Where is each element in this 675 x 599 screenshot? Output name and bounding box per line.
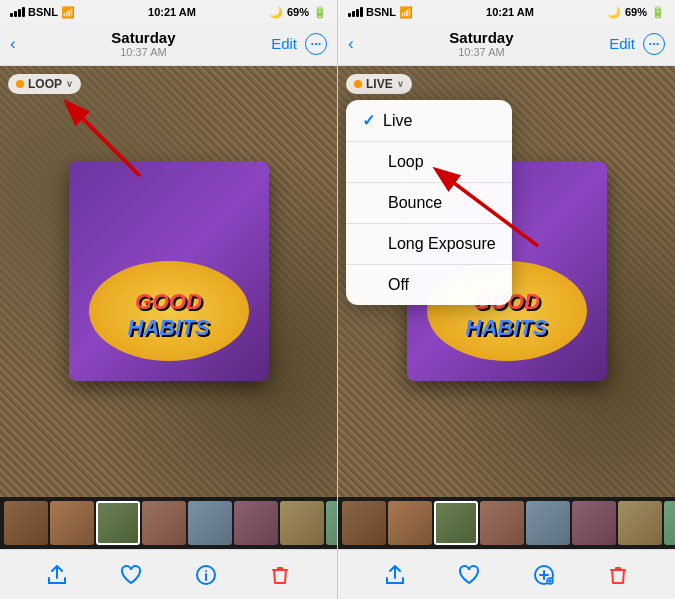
more-button-left[interactable]: ···	[305, 33, 327, 55]
more-button-right[interactable]: ···	[643, 33, 665, 55]
info-icon-left	[195, 564, 217, 586]
trash-button-right[interactable]	[607, 564, 629, 586]
share-button-left[interactable]	[46, 564, 68, 586]
status-right: 🌙 69% 🔋	[269, 6, 327, 19]
dropdown-label-loop: Loop	[388, 153, 424, 171]
bottom-toolbar-left	[0, 549, 337, 599]
loop-label: LOOP	[28, 77, 62, 91]
book-title-line2: HABITS	[128, 315, 210, 341]
film-thumb-4[interactable]	[142, 501, 186, 545]
film-thumb-7[interactable]	[280, 501, 324, 545]
battery-icon: 🔋	[313, 6, 327, 19]
film-thumb-6[interactable]	[234, 501, 278, 545]
carrier-label-right: BSNL	[366, 6, 396, 18]
signal-icon-right	[348, 7, 363, 17]
signal-icon	[10, 7, 25, 17]
live-label: LIVE	[366, 77, 393, 91]
dropdown-label-bounce: Bounce	[388, 194, 442, 212]
status-right-right: 🌙 69% 🔋	[607, 6, 665, 19]
wifi-icon-right: 📶	[399, 6, 413, 19]
loop-badge-left[interactable]: LOOP ∨	[8, 74, 81, 94]
nav-actions-right: Edit ···	[609, 33, 665, 55]
live-chevron-icon: ∨	[397, 79, 404, 89]
wifi-icon: 📶	[61, 6, 75, 19]
dropdown-label-long-exposure: Long Exposure	[388, 235, 496, 253]
nav-title-main-right: Saturday	[354, 29, 609, 46]
film-thumb-2[interactable]	[50, 501, 94, 545]
more-dots-icon-right: ···	[649, 36, 660, 51]
live-dropdown-menu: ✓ Live Loop Bounce Long Exposure Off	[346, 100, 512, 305]
nav-title-left: Saturday 10:37 AM	[16, 29, 271, 58]
share-icon	[46, 564, 68, 586]
live-dot-right	[354, 80, 362, 88]
heart-icon	[120, 564, 142, 586]
filmstrip-left	[0, 497, 337, 549]
live-dot-left	[16, 80, 24, 88]
status-bar-right: BSNL 📶 10:21 AM 🌙 69% 🔋	[338, 0, 675, 22]
edit-button-left[interactable]: Edit	[271, 35, 297, 52]
trash-icon	[269, 564, 291, 586]
moon-icon: 🌙	[269, 6, 283, 19]
battery-label-right: 69%	[625, 6, 647, 18]
share-icon-right	[384, 564, 406, 586]
status-bar-left: BSNL 📶 10:21 AM 🌙 69% 🔋	[0, 0, 337, 22]
nav-bar-right: ‹ Saturday 10:37 AM Edit ···	[338, 22, 675, 66]
check-icon-live: ✓	[362, 111, 375, 130]
film-thumb-r8[interactable]	[664, 501, 675, 545]
time-label-right: 10:21 AM	[486, 6, 534, 18]
heart-button-left[interactable]	[120, 564, 142, 586]
carrier-label: BSNL	[28, 6, 58, 18]
left-panel: BSNL 📶 10:21 AM 🌙 69% 🔋 ‹ Saturday 10:37…	[0, 0, 337, 599]
dropdown-label-live: Live	[383, 112, 412, 130]
nav-title-sub-right: 10:37 AM	[354, 46, 609, 58]
bottom-toolbar-right	[338, 549, 675, 599]
film-thumb-r4[interactable]	[480, 501, 524, 545]
film-thumb-r1[interactable]	[342, 501, 386, 545]
photo-area-right: GOOD HABITS LIVE ∨ ✓ Live Loop Bounce	[338, 66, 675, 497]
book-cover-left: GOOD HABITS	[69, 161, 269, 381]
battery-icon-right: 🔋	[651, 6, 665, 19]
dropdown-item-long-exposure[interactable]: Long Exposure	[346, 224, 512, 265]
film-thumb-3[interactable]	[96, 501, 140, 545]
film-thumb-8[interactable]	[326, 501, 337, 545]
battery-label: 69%	[287, 6, 309, 18]
edit-button-right[interactable]: Edit	[609, 35, 635, 52]
dropdown-label-off: Off	[388, 276, 409, 294]
book-title-line1: GOOD	[128, 289, 210, 315]
time-label: 10:21 AM	[148, 6, 196, 18]
info-button-left[interactable]	[195, 564, 217, 586]
trash-button-left[interactable]	[269, 564, 291, 586]
star-plus-button-right[interactable]	[533, 564, 555, 586]
film-thumb-r7[interactable]	[618, 501, 662, 545]
nav-bar-left: ‹ Saturday 10:37 AM Edit ···	[0, 22, 337, 66]
film-thumb-1[interactable]	[4, 501, 48, 545]
nav-title-main-left: Saturday	[16, 29, 271, 46]
book-title: GOOD HABITS	[128, 289, 210, 341]
filmstrip-right	[338, 497, 675, 549]
heart-icon-right	[458, 564, 480, 586]
book-title-line2-right: HABITS	[466, 315, 548, 341]
heart-button-right[interactable]	[458, 564, 480, 586]
share-button-right[interactable]	[384, 564, 406, 586]
dropdown-item-loop[interactable]: Loop	[346, 142, 512, 183]
nav-title-right: Saturday 10:37 AM	[354, 29, 609, 58]
status-left: BSNL 📶	[10, 6, 75, 19]
film-thumb-r3[interactable]	[434, 501, 478, 545]
nav-actions-left: Edit ···	[271, 33, 327, 55]
moon-icon-right: 🌙	[607, 6, 621, 19]
film-thumb-r5[interactable]	[526, 501, 570, 545]
live-badge-right[interactable]: LIVE ∨	[346, 74, 412, 94]
svg-point-4	[205, 570, 207, 572]
status-left-right: BSNL 📶	[348, 6, 413, 19]
dropdown-item-off[interactable]: Off	[346, 265, 512, 305]
loop-chevron-icon: ∨	[66, 79, 73, 89]
film-thumb-r2[interactable]	[388, 501, 432, 545]
photo-area-left: GOOD HABITS LOOP ∨	[0, 66, 337, 497]
dropdown-item-bounce[interactable]: Bounce	[346, 183, 512, 224]
right-panel: BSNL 📶 10:21 AM 🌙 69% 🔋 ‹ Saturday 10:37…	[338, 0, 675, 599]
film-thumb-5[interactable]	[188, 501, 232, 545]
star-plus-icon	[533, 564, 555, 586]
film-thumb-r6[interactable]	[572, 501, 616, 545]
nav-title-sub-left: 10:37 AM	[16, 46, 271, 58]
dropdown-item-live[interactable]: ✓ Live	[346, 100, 512, 142]
